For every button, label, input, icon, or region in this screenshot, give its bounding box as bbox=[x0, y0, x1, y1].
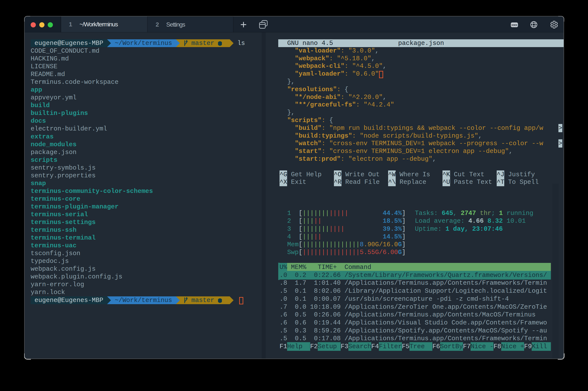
svg-text:IOIOI: IOIOI bbox=[512, 24, 517, 26]
